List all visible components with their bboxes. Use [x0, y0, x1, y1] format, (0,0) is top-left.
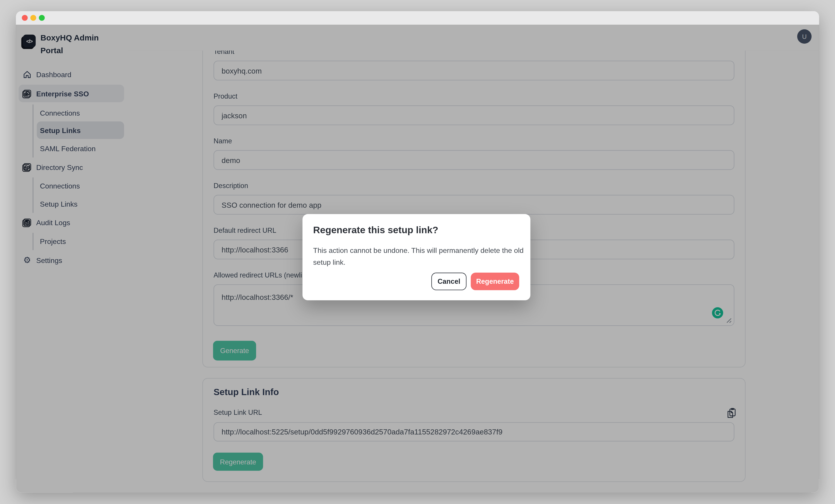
window-titlebar — [16, 11, 819, 25]
dialog-body-line: This action cannot be undone. This will … — [313, 247, 524, 255]
close-window-icon[interactable] — [22, 15, 28, 21]
confirm-regenerate-button[interactable]: Regenerate — [471, 273, 519, 290]
zoom-window-icon[interactable] — [39, 15, 45, 21]
minimize-window-icon[interactable] — [30, 15, 36, 21]
dialog-title: Regenerate this setup link? — [313, 225, 438, 236]
regenerate-confirm-dialog: Regenerate this setup link? This action … — [303, 214, 530, 300]
app-window: </> BoxyHQ Admin Portal Dashboard — [16, 11, 819, 492]
dialog-body-line: setup link. — [313, 258, 346, 266]
cancel-button[interactable]: Cancel — [431, 273, 467, 290]
